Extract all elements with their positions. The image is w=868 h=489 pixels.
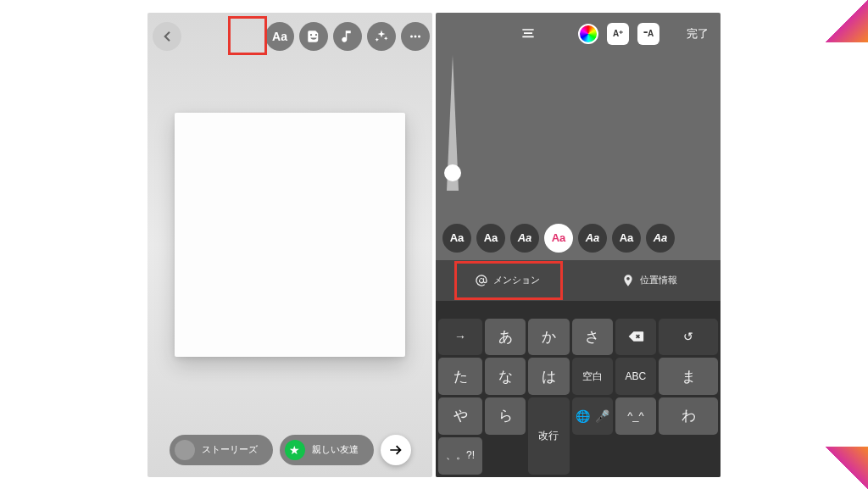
slider-thumb[interactable] — [444, 164, 461, 181]
arrow-right-icon — [387, 442, 404, 458]
backspace-icon — [627, 328, 644, 345]
send-to-button[interactable] — [381, 435, 411, 465]
key-ra[interactable]: ら — [485, 397, 526, 435]
text-suggestion-bar: メンション 位置情報 — [436, 260, 721, 301]
mic-icon: 🎤 — [595, 409, 609, 423]
key-sa[interactable]: さ — [572, 319, 613, 356]
svg-point-1 — [415, 35, 417, 37]
font-option-1[interactable]: Aa — [476, 224, 505, 253]
music-icon — [340, 29, 355, 44]
text-animation-button[interactable]: A⁺ — [607, 23, 629, 45]
key-return[interactable]: 改行 — [528, 397, 569, 475]
mention-label: メンション — [493, 274, 540, 286]
more-icon — [408, 29, 423, 44]
share-close-friends-label: 親しい友達 — [312, 443, 359, 456]
key-ta[interactable]: た — [438, 358, 482, 395]
back-button[interactable] — [153, 22, 181, 51]
mention-icon — [475, 274, 488, 287]
key-next-candidate[interactable]: → — [438, 319, 482, 356]
svg-point-2 — [418, 35, 420, 37]
color-picker-button[interactable] — [578, 24, 598, 44]
text-align-button[interactable] — [517, 23, 539, 45]
key-ka[interactable]: か — [528, 319, 569, 356]
sticker-icon — [306, 29, 321, 44]
text-tool-button[interactable]: Aa — [265, 22, 294, 51]
done-button[interactable]: 完了 — [687, 26, 709, 42]
key-na[interactable]: な — [485, 358, 526, 395]
font-option-4[interactable]: Aa — [578, 224, 607, 253]
phone-right: A⁺ ⁼A 完了 Aa Aa Aa Aa Aa Aa Aa メンション — [436, 13, 721, 477]
key-abc-mode[interactable]: ABC — [615, 358, 656, 395]
location-pin-icon — [621, 274, 635, 287]
font-option-3-selected[interactable]: Aa — [544, 224, 573, 253]
text-size-slider[interactable] — [444, 55, 461, 195]
align-icon — [520, 25, 537, 42]
keyboard: → あ か さ ↺ た な は 空白 ABC ま や ら 改行 — [436, 316, 721, 477]
more-tool-button[interactable] — [401, 22, 430, 51]
mention-suggestion-button[interactable]: メンション — [436, 274, 578, 287]
key-ya[interactable]: や — [438, 397, 482, 435]
key-a[interactable]: あ — [485, 319, 526, 356]
key-mode-switch[interactable]: 🌐 🎤 — [572, 397, 613, 435]
sticker-tool-button[interactable] — [299, 22, 328, 51]
effects-tool-button[interactable] — [367, 22, 396, 51]
story-canvas[interactable] — [175, 113, 405, 357]
key-emoji[interactable]: ^_^ — [615, 397, 656, 435]
font-option-6[interactable]: Aa — [646, 224, 675, 253]
avatar — [175, 440, 195, 460]
svg-point-0 — [410, 35, 413, 37]
font-option-2[interactable]: Aa — [510, 224, 539, 253]
share-stories-button[interactable]: ストーリーズ — [170, 435, 273, 465]
globe-icon: 🌐 — [576, 409, 590, 423]
sparkle-icon — [374, 29, 389, 44]
keyboard-spacer — [436, 301, 721, 316]
key-ha[interactable]: は — [528, 358, 569, 395]
stage: Aa ストーリーズ — [0, 0, 868, 489]
key-undo[interactable]: ↺ — [659, 319, 718, 356]
star-icon: ★ — [285, 440, 305, 460]
story-share-bar: ストーリーズ ★ 親しい友達 — [147, 435, 432, 465]
story-toolbar: Aa — [147, 19, 432, 53]
location-suggestion-button[interactable]: 位置情報 — [578, 274, 721, 287]
key-backspace[interactable] — [615, 319, 656, 356]
key-wa[interactable]: わ — [659, 397, 718, 435]
location-label: 位置情報 — [640, 274, 677, 286]
music-tool-button[interactable] — [333, 22, 362, 51]
font-picker-row[interactable]: Aa Aa Aa Aa Aa Aa Aa — [436, 221, 721, 255]
phone-left: Aa ストーリーズ — [147, 13, 432, 477]
text-edit-toolbar: A⁺ ⁼A 完了 — [436, 21, 721, 47]
chevron-left-icon — [159, 29, 175, 44]
share-close-friends-button[interactable]: ★ 親しい友達 — [280, 435, 374, 465]
key-ma[interactable]: ま — [659, 358, 718, 395]
key-space[interactable]: 空白 — [572, 358, 613, 395]
text-tool-label: Aa — [272, 30, 287, 43]
phone-pair: Aa ストーリーズ — [147, 13, 721, 477]
key-punct[interactable]: 、。?! — [438, 437, 482, 475]
font-option-5[interactable]: Aa — [612, 224, 641, 253]
font-option-0[interactable]: Aa — [442, 224, 471, 253]
share-stories-label: ストーリーズ — [202, 443, 258, 456]
text-background-button[interactable]: ⁼A — [637, 23, 659, 45]
